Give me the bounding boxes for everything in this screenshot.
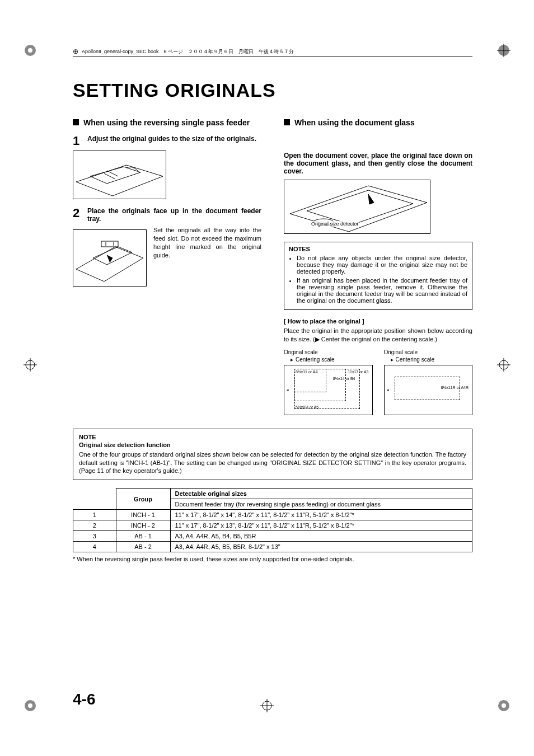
cell-g: AB - 1 <box>116 531 170 542</box>
table-row: 4 AB - 2 A3, A4, A4R, A5, B5, B5R, 8-1/2… <box>73 542 472 552</box>
scale-diagram-left: Original scale ▸Centering scale ◂ 8½x11 … <box>284 349 373 415</box>
scale-label: Original scale <box>284 349 373 355</box>
regmark-icon <box>497 699 510 712</box>
page-number: 4-6 <box>73 691 95 708</box>
regmark-icon <box>24 44 37 57</box>
cell-n: 3 <box>73 531 116 542</box>
cell-g: AB - 2 <box>116 542 170 552</box>
right-heading: When using the document glass <box>294 118 415 127</box>
th-sub: Document feeder tray (for reversing sing… <box>170 499 472 510</box>
note-box-detection: NOTE Original size detection function On… <box>73 429 472 481</box>
step-number: 1 <box>73 135 83 147</box>
note-paragraph: One of the four groups of standard origi… <box>79 450 466 476</box>
regmark-icon <box>24 699 37 712</box>
figure-feeder-guides <box>73 151 166 199</box>
step-text: Adjust the original guides to the size o… <box>87 135 261 147</box>
regmark-icon <box>260 699 274 712</box>
th-sizes: Detectable original sizes <box>170 489 472 499</box>
header-line: ⊕ ApollonII_general-copy_SEC.book 6 ページ … <box>73 48 472 57</box>
left-heading: When using the reversing single pass fee… <box>83 118 250 127</box>
cell-n: 2 <box>73 520 116 531</box>
right-column: When using the document glass Open the d… <box>284 118 472 415</box>
step2-side-text: Set the originals all the way into the f… <box>153 226 261 259</box>
notes-box: NOTES Do not place any objects under the… <box>284 242 472 310</box>
regmark-icon <box>497 358 510 372</box>
arrow-right-icon: ▸ <box>291 356 293 363</box>
svg-point-12 <box>28 703 32 708</box>
svg-marker-22 <box>76 247 143 281</box>
cell-s: A3, A4, A4R, A5, B5, B5R, 8-1/2" x 13" <box>170 542 472 552</box>
page: ⊕ ApollonII_general-copy_SEC.book 6 ページ … <box>0 0 534 756</box>
svg-point-14 <box>502 703 506 708</box>
th-group: Group <box>116 489 170 510</box>
footnote: * When the reversing single pass feeder … <box>73 556 472 562</box>
center-mark-icon: ◂ <box>287 388 289 392</box>
svg-marker-28 <box>307 190 413 225</box>
glass-instruction: Open the document cover, place the origi… <box>284 152 472 175</box>
figure-document-glass: Original size detector <box>284 180 430 234</box>
figure-feeder-tray <box>73 229 147 287</box>
regmark-icon <box>497 44 510 57</box>
svg-marker-23 <box>93 247 132 265</box>
size-label: 5½x8½ or A5 <box>296 405 318 409</box>
table-row: 1 INCH - 1 11" x 17", 8-1/2" x 14", 8-1/… <box>73 510 472 520</box>
book-ref: ApollonII_general-copy_SEC.book 6 ページ ２０… <box>82 48 294 55</box>
note-subtitle: Original size detection function <box>79 442 466 448</box>
size-label: 8½x11 or A4 <box>296 370 317 374</box>
cell-n: 4 <box>73 542 116 552</box>
step-text: Place the originals face up in the docum… <box>87 207 261 223</box>
page-title: SETTING ORIGINALS <box>73 79 472 101</box>
arrow-right-icon: ▸ <box>391 356 394 363</box>
size-label: 8½x11R or A4R <box>441 386 469 389</box>
centering-label: Centering scale <box>296 356 334 363</box>
cell-s: 11" x 17", 8-1/2" x 13", 8-1/2" x 11", 8… <box>170 520 472 531</box>
cell-g: INCH - 2 <box>116 520 170 531</box>
square-bullet-icon <box>73 119 79 125</box>
step-number: 2 <box>73 207 83 223</box>
book-icon: ⊕ <box>73 48 78 55</box>
figure-label: Original size detector <box>311 221 359 227</box>
regmark-icon <box>24 358 37 372</box>
svg-point-1 <box>28 48 32 53</box>
howto-body: Place the original in the appropriate po… <box>284 327 472 344</box>
centering-label: Centering scale <box>396 356 434 363</box>
table-row: 3 AB - 1 A3, A4, A4R, A5, B4, B5, B5R <box>73 531 472 542</box>
size-label: 8½x14 or B4 <box>333 377 355 381</box>
left-column: When using the reversing single pass fee… <box>73 118 261 415</box>
note-item: Do not place any objects under the origi… <box>297 255 467 275</box>
square-bullet-icon <box>284 119 290 125</box>
size-table: Group Detectable original sizes Document… <box>73 488 472 552</box>
notes-title: NOTES <box>289 246 467 252</box>
note-title: NOTE <box>79 434 466 440</box>
note-item: If an original has been placed in the do… <box>297 277 467 304</box>
size-label: 11x17 or A3 <box>348 370 368 374</box>
svg-rect-24 <box>101 241 118 247</box>
scale-diagram-right: Original scale ▸Centering scale ◂ 8½x11R… <box>384 349 473 415</box>
cell-s: A3, A4, A4R, A5, B4, B5, B5R <box>170 531 472 542</box>
scale-label: Original scale <box>384 349 473 355</box>
howto-title: [ How to place the original ] <box>284 318 472 325</box>
cell-g: INCH - 1 <box>116 510 170 520</box>
table-row: 2 INCH - 2 11" x 17", 8-1/2" x 13", 8-1/… <box>73 520 472 531</box>
center-mark-icon: ◂ <box>387 388 389 392</box>
cell-n: 1 <box>73 510 116 520</box>
svg-marker-18 <box>76 165 163 196</box>
cell-s: 11" x 17", 8-1/2" x 14", 8-1/2" x 11", 8… <box>170 510 472 520</box>
